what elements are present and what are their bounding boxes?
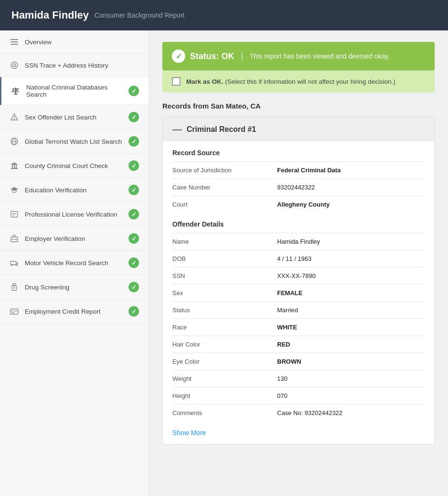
svg-rect-21 — [12, 215, 15, 215]
record-key: SSN — [172, 272, 277, 279]
table-row: Source of Jurisdiction Federal Criminal … — [172, 161, 425, 179]
sidebar-label-professional-license: Professional License Verification — [25, 211, 123, 218]
svg-rect-0 — [10, 39, 18, 40]
record-key: DOB — [172, 255, 277, 262]
record-value: Hamida Findley — [277, 238, 320, 245]
sidebar-item-education[interactable]: Education Verification — [0, 178, 149, 202]
check-drug-screening — [129, 282, 139, 292]
sidebar-item-drug-screening[interactable]: Drug Screening — [0, 275, 149, 299]
record-value: Case No: 93202442322 — [277, 409, 342, 417]
sidebar-label-drug-screening: Drug Screening — [25, 284, 123, 291]
record-source-section: Record Source Source of Jurisdiction Fed… — [163, 141, 434, 213]
table-row: Hair Color RED — [172, 336, 425, 353]
record-dash: — — [172, 124, 182, 135]
sidebar-label-county-criminal: County Criminal Court Check — [25, 162, 123, 169]
person-name: Hamida Findley — [11, 9, 89, 21]
sidebar-item-employment-credit[interactable]: Employment Credit Report — [0, 299, 149, 324]
svg-point-9 — [14, 119, 15, 119]
check-sex-offender — [129, 112, 139, 122]
record-key: Comments — [172, 409, 277, 417]
record-value: FEMALE — [277, 289, 302, 297]
record-value: Married — [277, 307, 298, 314]
status-pipe: | — [241, 51, 243, 61]
svg-rect-16 — [16, 165, 17, 168]
svg-rect-2 — [10, 44, 18, 45]
table-row: SSN XXX-XX-7890 — [172, 267, 425, 284]
table-row: Name Hamida Findley — [172, 233, 425, 250]
check-employer-verification — [129, 233, 139, 244]
check-global-terrorist — [129, 136, 139, 147]
check-professional-license — [129, 209, 139, 219]
records-from-label: Records from San Mateo, CA — [162, 102, 435, 110]
record-value: WHITE — [277, 324, 297, 331]
status-label: Status: OK — [190, 51, 234, 61]
svg-rect-8 — [14, 116, 15, 118]
table-row: Height 070 — [172, 387, 425, 404]
record-key: Eye Color — [172, 358, 277, 365]
credit-icon — [10, 307, 19, 316]
license-icon — [10, 209, 19, 219]
svg-rect-33 — [12, 312, 14, 313]
sidebar-item-motor-vehicle[interactable]: Motor Vehicle Record Search — [0, 251, 149, 275]
table-row: Comments Case No: 93202442322 — [172, 404, 425, 421]
court-icon — [10, 161, 19, 170]
record-value: 070 — [277, 392, 288, 399]
record-value: 93202442322 — [277, 184, 315, 191]
svg-rect-7 — [14, 94, 18, 95]
mark-ok-checkbox[interactable] — [172, 77, 180, 86]
record-value: 4 / 11 / 1963 — [277, 255, 311, 262]
status-banner: Status: OK | This report has been viewed… — [162, 42, 435, 70]
svg-rect-13 — [11, 168, 18, 169]
drug-icon — [10, 282, 19, 292]
globe-icon — [10, 137, 19, 146]
sidebar-label-ssn: SSN Trace + Address History — [25, 62, 139, 69]
status-description: This report has been viewed and deemed o… — [250, 52, 390, 60]
sidebar-item-professional-license[interactable]: Professional License Verification — [0, 202, 149, 227]
check-education — [129, 185, 139, 195]
sidebar-item-ssn-trace[interactable]: SSN Trace + Address History — [0, 54, 149, 77]
status-check-icon — [172, 50, 185, 63]
svg-rect-32 — [10, 310, 18, 312]
record-title: Criminal Record #1 — [187, 125, 256, 134]
svg-marker-17 — [10, 162, 18, 165]
record-key: Sex — [172, 289, 277, 297]
svg-point-25 — [11, 265, 13, 266]
svg-marker-18 — [10, 187, 18, 191]
main-layout: Overview SSN Trace + Address History — [0, 30, 448, 496]
check-employment-credit — [129, 306, 139, 317]
sidebar-label-national: National Criminal Databases Search — [26, 84, 123, 98]
sidebar-label-sex-offender: Sex Offender List Search — [25, 114, 123, 121]
sidebar-label-motor-vehicle: Motor Vehicle Record Search — [25, 259, 123, 267]
sidebar-item-global-terrorist[interactable]: Global Terrorist Watch List Search — [0, 129, 149, 154]
source-rows: Source of Jurisdiction Federal Criminal … — [172, 161, 425, 213]
record-value: XXX-XX-7890 — [277, 272, 316, 279]
offender-section: Offender Details Name Hamida Findley DOB… — [163, 213, 434, 421]
record-value: Federal Criminal Data — [277, 167, 341, 174]
svg-point-3 — [11, 62, 18, 69]
record-value: 130 — [277, 375, 288, 382]
show-more-button[interactable]: Show More — [163, 421, 434, 444]
sidebar-label-education: Education Verification — [25, 187, 123, 194]
sidebar-item-overview[interactable]: Overview — [0, 30, 149, 54]
sidebar-item-national-criminal[interactable]: National Criminal Databases Search — [0, 77, 149, 105]
sidebar-item-county-criminal[interactable]: County Criminal Court Check — [0, 154, 149, 178]
check-county-criminal — [129, 160, 139, 171]
sidebar-item-sex-offender[interactable]: Sex Offender List Search — [0, 105, 149, 129]
record-value: Allegheny County — [277, 201, 330, 208]
warning-icon — [10, 112, 19, 122]
table-row: DOB 4 / 11 / 1963 — [172, 250, 425, 267]
sidebar-label-global-terrorist: Global Terrorist Watch List Search — [25, 138, 123, 145]
menu-icon — [10, 37, 19, 47]
truck-icon — [10, 258, 19, 268]
scales-icon — [11, 86, 20, 96]
sidebar-item-employer-verification[interactable]: Employer Verification — [0, 227, 149, 251]
record-key: Hair Color — [172, 341, 277, 348]
svg-rect-15 — [14, 165, 15, 168]
graduation-icon — [10, 185, 19, 195]
record-card: — Criminal Record #1 Record Source Sourc… — [162, 117, 435, 445]
record-card-header: — Criminal Record #1 — [163, 117, 434, 141]
fingerprint-icon — [10, 60, 19, 70]
record-key: Source of Jurisdiction — [172, 167, 277, 174]
svg-rect-1 — [10, 41, 18, 42]
svg-rect-14 — [12, 165, 13, 168]
